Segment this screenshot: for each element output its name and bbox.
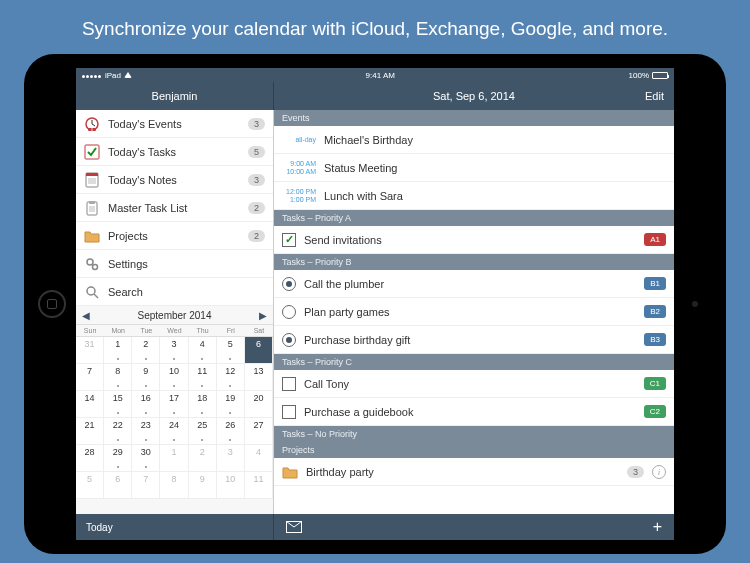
priority-badge: A1 [644,233,666,246]
event-row[interactable]: 12:00 PM1:00 PMLunch with Sara [274,182,674,210]
sidebar-item-label: Search [108,286,265,298]
tagline: Synchronize your calendar with iCloud, E… [0,0,750,54]
calendar-day[interactable]: 12 [217,364,245,390]
calendar-day[interactable]: 29 [104,445,132,471]
edit-button[interactable]: Edit [645,90,664,102]
sidebar-item-note[interactable]: Today's Notes 3 [76,166,273,194]
sidebar-item-search[interactable]: Search [76,278,273,306]
calendar-day[interactable]: 7 [76,364,104,390]
svg-rect-5 [86,173,98,176]
calendar-day[interactable]: 3 [160,337,188,363]
task-title: Send invitations [304,234,636,246]
calendar-day[interactable]: 25 [189,418,217,444]
task-row[interactable]: Send invitationsA1 [274,226,674,254]
count-badge: 2 [248,202,265,214]
sidebar-item-folder[interactable]: Projects 2 [76,222,273,250]
ipad-frame: iPad 9:41 AM 100% Benjamin Sat, Sep 6, 2… [24,54,726,554]
today-button[interactable]: Today [86,522,113,533]
calendar-day[interactable]: 11 [245,472,273,498]
priority-badge: B2 [644,305,666,318]
calendar-day[interactable]: 31 [76,337,104,363]
priority-badge: B1 [644,277,666,290]
carrier-label: iPad [105,71,121,80]
calendar-day[interactable]: 15 [104,391,132,417]
home-button[interactable] [38,290,66,318]
calendar-day[interactable]: 4 [189,337,217,363]
calendar-day[interactable]: 9 [189,472,217,498]
gears-icon [84,256,100,272]
checkbox-icon[interactable] [282,377,296,391]
task-row[interactable]: Purchase birthday giftB3 [274,326,674,354]
nav-bar: Benjamin Sat, Sep 6, 2014 Edit [76,82,674,110]
info-icon[interactable]: i [652,465,666,479]
calendar-day[interactable]: 3 [217,445,245,471]
calendar-day[interactable]: 1 [160,445,188,471]
calendar-day[interactable]: 24 [160,418,188,444]
event-row[interactable]: 9:00 AM10:00 AMStatus Meeting [274,154,674,182]
projects-header: Projects [274,442,674,458]
count-badge: 3 [248,118,265,130]
event-row[interactable]: all-dayMichael's Birthday [274,126,674,154]
calendar-day[interactable]: 14 [76,391,104,417]
calendar-day[interactable]: 17 [160,391,188,417]
calendar-day[interactable]: 26 [217,418,245,444]
count-badge: 3 [627,466,644,478]
svg-point-14 [87,259,93,265]
calendar-day[interactable]: 18 [189,391,217,417]
calendar-day[interactable]: 13 [245,364,273,390]
svg-rect-10 [89,201,95,204]
calendar-day[interactable]: 8 [104,364,132,390]
calendar-day[interactable]: 9 [132,364,160,390]
calendar-day[interactable]: 23 [132,418,160,444]
sidebar-item-clock[interactable]: 6 Today's Events 3 [76,110,273,138]
event-title: Michael's Birthday [324,134,666,146]
task-row[interactable]: Call TonyC1 [274,370,674,398]
tasks-a-header: Tasks – Priority A [274,210,674,226]
status-bar: iPad 9:41 AM 100% [76,68,674,82]
checkbox-icon[interactable] [282,277,296,291]
next-month-button[interactable]: ▶ [259,310,267,321]
sidebar-item-label: Today's Events [108,118,240,130]
calendar-day[interactable]: 2 [189,445,217,471]
sidebar: 6 Today's Events 3 Today's Tasks 5 Today… [76,110,274,514]
dow-label: Mon [104,325,132,336]
calendar-day[interactable]: 10 [160,364,188,390]
prev-month-button[interactable]: ◀ [82,310,90,321]
calendar-day[interactable]: 28 [76,445,104,471]
sidebar-item-label: Today's Tasks [108,146,240,158]
calendar-day[interactable]: 19 [217,391,245,417]
tasks-b-header: Tasks – Priority B [274,254,674,270]
checkbox-icon[interactable] [282,333,296,347]
sidebar-item-clipboard[interactable]: Master Task List 2 [76,194,273,222]
calendar-day[interactable]: 27 [245,418,273,444]
calendar-day[interactable]: 11 [189,364,217,390]
calendar-day[interactable]: 6 [104,472,132,498]
calendar-day[interactable]: 7 [132,472,160,498]
checkbox-icon[interactable] [282,305,296,319]
calendar-day[interactable]: 22 [104,418,132,444]
mail-icon[interactable] [286,521,302,533]
calendar-day[interactable]: 30 [132,445,160,471]
calendar-day[interactable]: 8 [160,472,188,498]
screen: iPad 9:41 AM 100% Benjamin Sat, Sep 6, 2… [76,68,674,540]
calendar-nav: ◀ September 2014 ▶ [76,306,273,324]
project-row[interactable]: Birthday party3i [274,458,674,486]
calendar-day[interactable]: 5 [76,472,104,498]
add-button[interactable]: + [653,518,662,536]
calendar-day[interactable]: 21 [76,418,104,444]
sidebar-item-gears[interactable]: Settings [76,250,273,278]
task-row[interactable]: Purchase a guidebookC2 [274,398,674,426]
calendar-day[interactable]: 10 [217,472,245,498]
checkbox-icon[interactable] [282,405,296,419]
task-row[interactable]: Call the plumberB1 [274,270,674,298]
calendar-day[interactable]: 1 [104,337,132,363]
calendar-day[interactable]: 6 [245,337,273,363]
calendar-day[interactable]: 4 [245,445,273,471]
task-row[interactable]: Plan party gamesB2 [274,298,674,326]
checkbox-icon[interactable] [282,233,296,247]
calendar-day[interactable]: 5 [217,337,245,363]
calendar-day[interactable]: 16 [132,391,160,417]
calendar-day[interactable]: 20 [245,391,273,417]
calendar-day[interactable]: 2 [132,337,160,363]
sidebar-item-check[interactable]: Today's Tasks 5 [76,138,273,166]
